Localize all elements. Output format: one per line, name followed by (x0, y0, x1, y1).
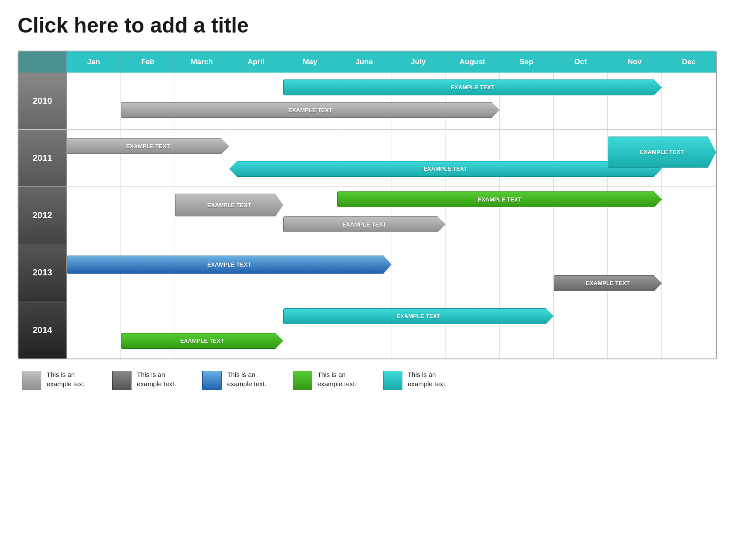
legend-item: This is an example text. (293, 370, 357, 390)
legend-swatch (22, 371, 41, 390)
grid-cell (67, 73, 121, 129)
legend-swatch (202, 371, 222, 390)
grid-cell (283, 301, 337, 358)
month-cell-august: August (446, 51, 500, 73)
legend-item: This is an example text. (112, 370, 176, 390)
grid-cell (283, 130, 337, 187)
legend-swatch (112, 371, 131, 390)
grid-cell (608, 187, 662, 244)
grid-cell (608, 244, 662, 301)
gantt-row-2011: 2011EXAMPLE TEXTEXAMPLE TEXTEXAMPLE TEXT (18, 130, 716, 187)
grid-cell (175, 187, 229, 244)
month-cell-dec: Dec (662, 51, 716, 73)
grid-cell (283, 244, 337, 301)
grid-cell (175, 73, 229, 129)
month-cell-april: April (229, 51, 283, 73)
grid-cell (121, 130, 175, 187)
gantt-row-2013: 2013EXAMPLE TEXTEXAMPLE TEXT (18, 244, 716, 301)
month-cell-jan: Jan (67, 51, 121, 73)
legend-text: This is an example text. (227, 370, 266, 388)
gantt-row-2014: 2014EXAMPLE TEXTEXAMPLE TEXT (18, 301, 716, 358)
grid-cell (229, 73, 283, 129)
grid-cell (67, 244, 121, 301)
gantt-row-2012: 2012EXAMPLE TEXTEXAMPLE TEXTEXAMPLE TEXT (18, 187, 716, 244)
grid-cell (446, 301, 500, 358)
grid-cell (229, 301, 283, 358)
grid-cell (608, 130, 662, 187)
grid-cell (337, 73, 391, 129)
legend-item: This is an example text. (383, 370, 447, 390)
legend-item: This is an example text. (202, 370, 266, 390)
grid-cell (337, 187, 391, 244)
year-cell-2014: 2014 (18, 301, 67, 358)
grid-cell (500, 301, 554, 358)
grid-cell (67, 301, 121, 358)
grid-cell (67, 130, 121, 187)
grid-cell (229, 244, 283, 301)
grid-cell (446, 73, 500, 129)
grid-cell (554, 244, 608, 301)
gantt-row-2010: 2010EXAMPLE TEXTEXAMPLE TEXT (18, 73, 716, 130)
legend-text: This is an example text. (47, 370, 86, 388)
grid-cell (337, 244, 391, 301)
grid-cell (500, 130, 554, 187)
month-cell-june: June (337, 51, 391, 73)
grid-cell (121, 187, 175, 244)
grid-cell (175, 244, 229, 301)
legend-text: This is an example text. (318, 370, 357, 388)
grid-cell (121, 73, 175, 129)
grid-cell (446, 187, 500, 244)
grid-cell (229, 187, 283, 244)
grid-cell (337, 301, 391, 358)
grid-cell (67, 187, 121, 244)
grid-cell (121, 301, 175, 358)
grid-cell (446, 244, 500, 301)
gantt-chart: JanFebMarchAprilMayJuneJulyAugustSepOctN… (18, 51, 717, 359)
grid-cell (391, 73, 446, 129)
grid-cell (391, 301, 446, 358)
legend-swatch (293, 371, 312, 390)
grid-cell (608, 301, 662, 358)
grid-cell (554, 130, 608, 187)
year-cell-2010: 2010 (18, 73, 67, 129)
grid-cell (662, 301, 716, 358)
legend: This is an example text.This is an examp… (18, 370, 738, 390)
legend-text: This is an example text. (408, 370, 447, 388)
grid-cell (175, 301, 229, 358)
page-title[interactable]: Click here to add a title (18, 13, 738, 37)
grid-cell (608, 73, 662, 129)
grid-cell (554, 301, 608, 358)
grid-cell (121, 244, 175, 301)
gantt-header: JanFebMarchAprilMayJuneJulyAugustSepOctN… (18, 51, 716, 73)
grid-cell (500, 244, 554, 301)
grid-cell (662, 130, 716, 187)
grid-cell (500, 73, 554, 129)
grid-cell (554, 73, 608, 129)
grid-cell (229, 130, 283, 187)
grid-cell (391, 187, 446, 244)
grid-cell (554, 187, 608, 244)
legend-item: This is an example text. (22, 370, 86, 390)
grid-cell (662, 187, 716, 244)
grid-cell (283, 73, 337, 129)
header-corner (18, 51, 67, 73)
grid-cell (337, 130, 391, 187)
month-cell-march: March (175, 51, 229, 73)
month-cell-may: May (283, 51, 337, 73)
grid-cell (391, 244, 446, 301)
legend-swatch (383, 371, 402, 390)
month-cell-sep: Sep (500, 51, 554, 73)
month-cell-oct: Oct (554, 51, 608, 73)
grid-cell (662, 73, 716, 129)
month-cell-nov: Nov (608, 51, 662, 73)
gantt-body: 2010EXAMPLE TEXTEXAMPLE TEXT2011EXAMPLE … (18, 73, 716, 358)
year-cell-2013: 2013 (18, 244, 67, 301)
grid-cell (662, 244, 716, 301)
grid-cell (283, 187, 337, 244)
month-cell-july: July (391, 51, 446, 73)
year-cell-2012: 2012 (18, 187, 67, 244)
grid-cell (446, 130, 500, 187)
month-cell-feb: Feb (121, 51, 175, 73)
grid-cell (500, 187, 554, 244)
grid-cell (391, 130, 446, 187)
